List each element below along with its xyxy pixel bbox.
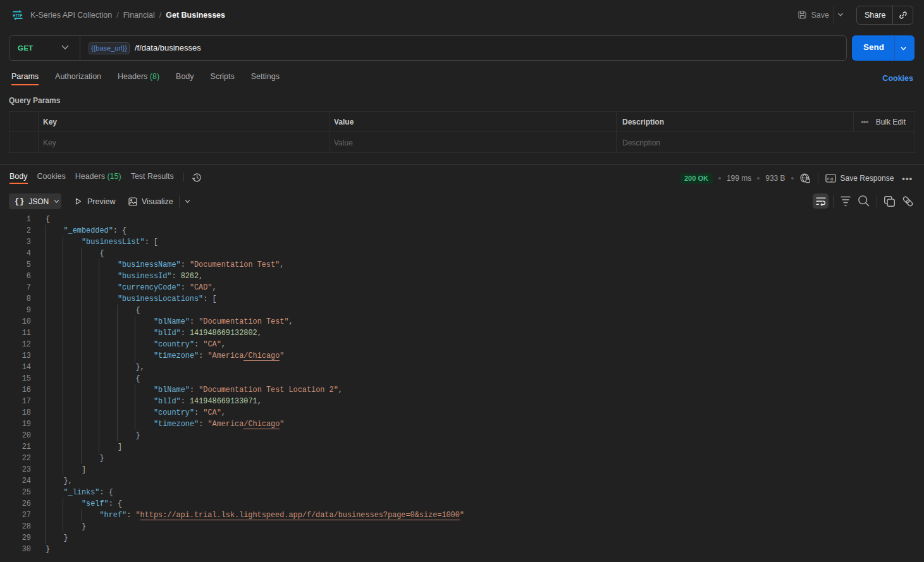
svg-text:e.g.: e.g.: [827, 176, 834, 181]
svg-text:HTTP: HTTP: [13, 13, 22, 18]
